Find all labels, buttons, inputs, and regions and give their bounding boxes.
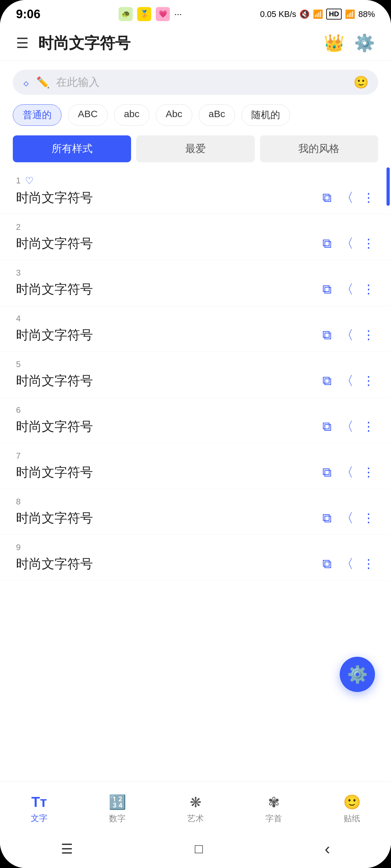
system-nav: ☰ □ ‹ [0,833,391,868]
item-actions: ⧉ 〈 ⋮ [323,189,375,207]
signal-mute-icon: 🔇 [299,9,310,19]
copy-icon[interactable]: ⧉ [323,190,332,205]
list-item: 3 时尚文字符号 ⧉ 〈 ⋮ [0,260,391,306]
share-icon[interactable]: 〈 [341,418,354,435]
list-item: 4 时尚文字符号 ⧉ 〈 ⋮ [0,306,391,352]
sticker-nav-label: 贴纸 [343,813,360,824]
list-item: 6 时尚文字符号 ⧉ 〈 ⋮ [0,398,391,443]
pencil-icon[interactable]: ✏️ [36,76,50,89]
sticker-nav-icon: 🙂 [343,794,361,810]
copy-icon[interactable]: ⧉ [323,419,332,434]
status-icons: 🐢 🏅 💗 ··· [119,7,182,21]
nav-item-number[interactable]: 🔢 数字 [78,794,157,824]
art-nav-icon: ❋ [190,794,202,810]
share-icon[interactable]: 〈 [341,509,354,527]
fab-gear-icon: ⚙️ [347,665,368,684]
fab-settings-button[interactable]: ⚙️ [340,657,375,692]
initial-nav-label: 字首 [266,813,282,824]
status-right: 0.05 KB/s 🔇 📶 HD 📶 88% [260,9,375,20]
crown-icon[interactable]: 👑 [324,33,344,53]
more-icon[interactable]: ⋮ [362,191,375,205]
battery: 88% [358,9,375,19]
net-speed: 0.05 KB/s [260,9,296,19]
chip-abc-cap[interactable]: Abc [156,104,192,126]
tab-my-style[interactable]: 我的风格 [260,135,378,162]
item-text[interactable]: 时尚文字符号 [16,418,93,435]
system-back-icon[interactable]: ‹ [325,839,330,859]
bottom-nav: Tт 文字 🔢 数字 ❋ 艺术 ✾ 字首 🙂 贴纸 [0,782,391,833]
text-nav-icon: Tт [31,794,47,810]
chip-normal[interactable]: 普通的 [13,104,61,126]
list-item: 5 时尚文字符号 ⧉ 〈 ⋮ [0,352,391,398]
copy-icon[interactable]: ⧉ [323,328,332,342]
app-icon-3: 💗 [156,7,170,21]
art-nav-label: 艺术 [187,813,204,824]
share-icon[interactable]: 〈 [341,555,354,572]
hamburger-icon[interactable]: ☰ [16,35,29,51]
nav-item-initial[interactable]: ✾ 字首 [234,794,313,824]
app-header: ☰ 时尚文字符号 👑 ⚙️ [0,26,391,61]
copy-icon[interactable]: ⧉ [323,236,332,251]
list-item: 1 ♡ 时尚文字符号 ⧉ 〈 ⋮ [0,167,391,214]
more-icon[interactable]: ⋮ [362,511,375,525]
more-icon[interactable]: ⋮ [362,237,375,251]
wifi-icon: 📶 [345,9,355,19]
status-dots: ··· [174,9,182,19]
heart-icon[interactable]: ♡ [25,175,34,186]
header-icons: 👑 ⚙️ [324,33,375,53]
filter-chips: 普通的 ABC abc Abc aBc 随机的 [0,100,391,130]
copy-icon[interactable]: ⧉ [323,282,332,297]
number-nav-label: 数字 [109,813,125,824]
initial-nav-icon: ✾ [268,794,280,810]
settings-icon[interactable]: ⚙️ [354,33,375,53]
search-bar[interactable]: ⬦ ✏️ 在此输入 🙂 [13,70,378,95]
chip-abc-lower[interactable]: abc [114,104,149,126]
tab-all-styles[interactable]: 所有样式 [13,135,131,162]
more-icon[interactable]: ⋮ [362,465,375,479]
more-icon[interactable]: ⋮ [362,328,375,342]
app-icon-2: 🏅 [137,7,151,21]
more-icon[interactable]: ⋮ [362,282,375,297]
item-text[interactable]: 时尚文字符号 [16,235,93,252]
item-text[interactable]: 时尚文字符号 [16,555,93,572]
copy-icon[interactable]: ⧉ [323,373,332,388]
item-text[interactable]: 时尚文字符号 [16,509,93,527]
item-text[interactable]: 时尚文字符号 [16,280,93,298]
copy-icon[interactable]: ⧉ [323,557,332,571]
app-icon-1: 🐢 [119,7,133,21]
more-icon[interactable]: ⋮ [362,420,375,434]
list-item: 2 时尚文字符号 ⧉ 〈 ⋮ [0,214,391,260]
status-time: 9:06 [16,7,40,21]
signal-icon: 📶 [313,9,323,19]
copy-icon[interactable]: ⧉ [323,465,332,480]
number-nav-icon: 🔢 [109,794,126,810]
filter-icon[interactable]: ⬦ [22,75,30,89]
search-input[interactable]: 在此输入 [56,75,347,90]
item-text[interactable]: 时尚文字符号 [16,372,93,390]
item-text[interactable]: 时尚文字符号 [16,189,93,207]
item-text[interactable]: 时尚文字符号 [16,463,93,481]
nav-item-text[interactable]: Tт 文字 [0,794,78,824]
list-area: 1 ♡ 时尚文字符号 ⧉ 〈 ⋮ 2 时尚文字符号 ⧉ 〈 [0,167,391,782]
more-icon[interactable]: ⋮ [362,557,375,571]
item-text[interactable]: 时尚文字符号 [16,326,93,344]
list-item: 7 时尚文字符号 ⧉ 〈 ⋮ [0,443,391,489]
system-home-icon[interactable]: □ [195,841,203,857]
share-icon[interactable]: 〈 [341,189,354,207]
share-icon[interactable]: 〈 [341,280,354,298]
nav-item-sticker[interactable]: 🙂 贴纸 [313,794,391,824]
nav-item-art[interactable]: ❋ 艺术 [157,794,234,824]
share-icon[interactable]: 〈 [341,235,354,252]
list-item: 9 时尚文字符号 ⧉ 〈 ⋮ [0,535,391,581]
share-icon[interactable]: 〈 [341,372,354,390]
chip-abc-mixed[interactable]: aBc [199,104,235,126]
share-icon[interactable]: 〈 [341,326,354,344]
more-icon[interactable]: ⋮ [362,374,375,388]
share-icon[interactable]: 〈 [341,463,354,481]
system-menu-icon[interactable]: ☰ [61,841,73,857]
emoji-icon[interactable]: 🙂 [354,75,368,89]
chip-abc-upper[interactable]: ABC [68,104,108,126]
chip-random[interactable]: 随机的 [241,104,290,126]
tab-favorites[interactable]: 最爱 [136,135,254,162]
copy-icon[interactable]: ⧉ [323,511,332,526]
